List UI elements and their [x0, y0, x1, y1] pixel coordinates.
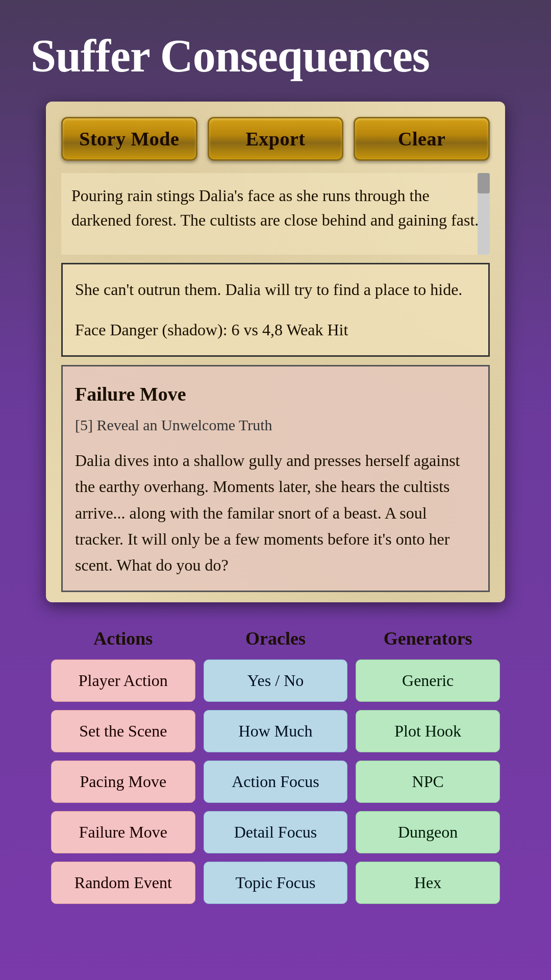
grid-row-4: Failure Move Detail Focus Dungeon: [46, 811, 505, 853]
story-paragraph: Pouring rain stings Dalia's face as she …: [71, 186, 479, 229]
grid-row-1: Player Action Yes / No Generic: [46, 659, 505, 702]
story-mode-button[interactable]: Story Mode: [61, 117, 197, 161]
player-action-button[interactable]: Player Action: [51, 659, 195, 702]
story-text-area: Pouring rain stings Dalia's face as she …: [61, 173, 490, 255]
failure-move-button[interactable]: Failure Move: [51, 811, 195, 853]
grid-row-3: Pacing Move Action Focus NPC: [46, 761, 505, 803]
npc-button[interactable]: NPC: [356, 761, 500, 803]
action-box: She can't outrun them. Dalia will try to…: [61, 263, 490, 357]
set-the-scene-button[interactable]: Set the Scene: [51, 710, 195, 752]
pacing-move-button[interactable]: Pacing Move: [51, 761, 195, 803]
grid-row-2: Set the Scene How Much Plot Hook: [46, 710, 505, 752]
main-card: Story Mode Export Clear Pouring rain sti…: [46, 102, 505, 602]
scrollbar-thumb: [478, 173, 490, 193]
scrollbar[interactable]: [478, 173, 490, 255]
header-generators: Generators: [356, 628, 500, 649]
action-focus-button[interactable]: Action Focus: [204, 761, 348, 803]
generic-button[interactable]: Generic: [356, 659, 500, 702]
failure-move-box: Failure Move [5] Reveal an Unwelcome Tru…: [61, 365, 490, 592]
action-line2: Face Danger (shadow): 6 vs 4,8 Weak Hit: [75, 317, 476, 343]
failure-body: Dalia dives into a shallow gully and pre…: [75, 448, 476, 578]
grid-row-5: Random Event Topic Focus Hex: [46, 862, 505, 904]
action-line1: She can't outrun them. Dalia will try to…: [75, 277, 476, 303]
page-title: Suffer Consequences: [31, 31, 520, 81]
dungeon-button[interactable]: Dungeon: [356, 811, 500, 853]
grid-section: Actions Oracles Generators Player Action…: [46, 623, 505, 922]
how-much-button[interactable]: How Much: [204, 710, 348, 752]
failure-title: Failure Move: [75, 379, 476, 410]
clear-button[interactable]: Clear: [354, 117, 490, 161]
yes-no-button[interactable]: Yes / No: [204, 659, 348, 702]
grid-headers: Actions Oracles Generators: [46, 628, 505, 649]
random-event-button[interactable]: Random Event: [51, 862, 195, 904]
toolbar: Story Mode Export Clear: [61, 117, 490, 161]
hex-button[interactable]: Hex: [356, 862, 500, 904]
header-actions: Actions: [51, 628, 195, 649]
detail-focus-button[interactable]: Detail Focus: [204, 811, 348, 853]
title-section: Suffer Consequences: [0, 0, 551, 102]
topic-focus-button[interactable]: Topic Focus: [204, 862, 348, 904]
failure-subtitle: [5] Reveal an Unwelcome Truth: [75, 413, 476, 437]
plot-hook-button[interactable]: Plot Hook: [356, 710, 500, 752]
export-button[interactable]: Export: [208, 117, 344, 161]
header-oracles: Oracles: [204, 628, 348, 649]
